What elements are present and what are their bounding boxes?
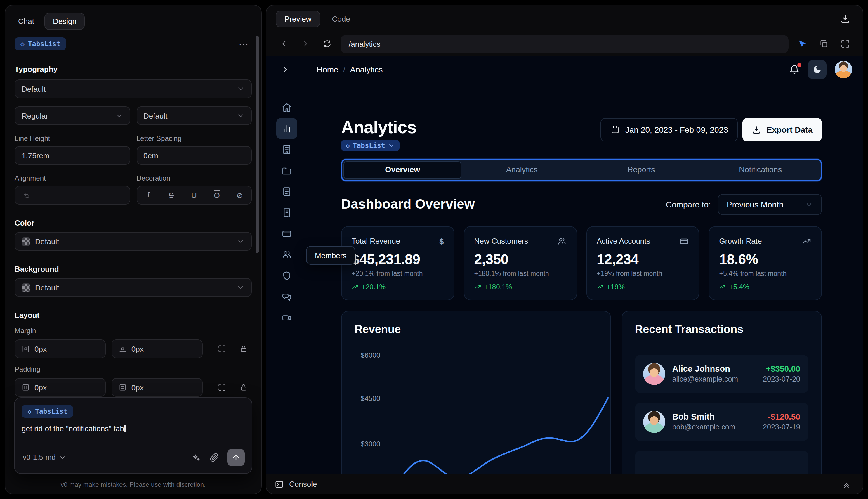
chat-composer[interactable]: ◇ TabsList get rid of the "notifications… <box>14 397 252 474</box>
composer-element-chip[interactable]: ◇ TabsList <box>22 405 73 418</box>
stat-badge-value: +5.4% <box>729 282 749 291</box>
line-height-label: Line Height <box>15 134 130 143</box>
underline-button[interactable]: U <box>183 186 205 204</box>
sidebar-item-messages[interactable] <box>276 286 297 307</box>
sidebar-item-notes[interactable] <box>276 181 297 202</box>
tab-chat[interactable]: Chat <box>17 13 35 29</box>
align-center-icon <box>68 191 76 199</box>
refresh-button[interactable] <box>319 36 335 52</box>
disclaimer-text: v0 may make mistakes. Please use with di… <box>5 481 261 488</box>
forward-button[interactable] <box>297 36 314 52</box>
tab-analytics[interactable]: Analytics <box>463 161 581 179</box>
url-bar[interactable]: /analytics <box>340 35 789 53</box>
model-selector[interactable]: v0-1.5-md <box>22 451 67 464</box>
align-left-icon <box>45 191 53 199</box>
margin-x-input[interactable]: 0px <box>15 340 106 358</box>
back-button[interactable] <box>276 36 292 52</box>
composer-input[interactable]: get rid of the "notifications" tab <box>22 424 245 435</box>
sidebar-toggle-button[interactable] <box>277 61 293 78</box>
enhance-prompt-button[interactable] <box>187 449 204 466</box>
notification-dot <box>797 63 802 67</box>
attach-file-button[interactable] <box>206 449 223 466</box>
font-size-select[interactable]: Default <box>136 106 252 125</box>
console-expand-button[interactable] <box>838 476 855 492</box>
margin-vertical-icon <box>119 345 127 353</box>
stat-subtext: +20.1% from last month <box>352 270 444 277</box>
sidebar-item-video[interactable] <box>276 307 297 328</box>
console-icon <box>274 479 284 489</box>
padding-expand-button[interactable] <box>214 379 230 395</box>
font-weight-select[interactable]: Regular <box>15 106 130 125</box>
margin-lock-button[interactable] <box>236 341 252 357</box>
align-center-button[interactable] <box>61 186 84 204</box>
sidebar-item-security[interactable] <box>276 265 297 286</box>
date-range-picker[interactable]: Jan 20, 2023 - Feb 09, 2023 <box>600 118 738 142</box>
strikethrough-icon: S <box>169 191 174 199</box>
align-left-button[interactable] <box>38 186 61 204</box>
breadcrumb-home[interactable]: Home <box>317 65 338 74</box>
trending-up-icon <box>802 236 811 246</box>
stat-card-new-customers: New Customers 2,350 +180.1% from last mo… <box>464 226 577 300</box>
sidebar-item-payments[interactable] <box>276 223 297 244</box>
refresh-icon <box>322 39 332 49</box>
preview-viewport: Home / Analytics <box>266 56 863 474</box>
panel-scrollbar[interactable] <box>256 36 259 253</box>
overline-button[interactable]: O <box>206 186 228 204</box>
margin-y-value: 0px <box>132 344 144 353</box>
theme-toggle-button[interactable] <box>808 60 827 79</box>
tab-overview[interactable]: Overview <box>344 161 462 179</box>
members-tooltip: Members <box>306 246 355 265</box>
download-icon <box>840 13 851 24</box>
home-icon <box>281 102 292 113</box>
selected-element-chip[interactable]: ◇ TabsList <box>15 37 66 50</box>
transaction-row[interactable]: Bob Smith bob@example.com -$120.50 2023-… <box>635 402 808 441</box>
sidebar-item-members[interactable] <box>276 244 297 265</box>
transaction-row[interactable]: Alice Johnson alice@example.com +$350.00… <box>635 354 808 393</box>
padding-lock-button[interactable] <box>236 379 252 395</box>
compare-select[interactable]: Previous Month <box>718 194 822 215</box>
sidebar-item-invoices[interactable] <box>276 202 297 223</box>
selection-badge[interactable]: ◇ TabsList <box>341 139 400 151</box>
italic-button[interactable]: I <box>137 186 160 204</box>
padding-y-input[interactable]: 0px <box>112 378 203 397</box>
chevron-down-icon <box>59 454 66 461</box>
padding-label: Padding <box>15 365 252 373</box>
fullscreen-button[interactable] <box>837 36 853 52</box>
tab-preview[interactable]: Preview <box>276 10 320 27</box>
user-avatar[interactable] <box>835 61 852 78</box>
tab-reports[interactable]: Reports <box>582 161 700 179</box>
send-button[interactable] <box>227 449 245 466</box>
color-select[interactable]: Default <box>15 232 252 251</box>
inspect-button[interactable] <box>794 36 810 52</box>
trending-up-icon <box>352 283 359 290</box>
console-bar[interactable]: Console <box>266 474 863 494</box>
download-button[interactable] <box>837 11 853 27</box>
users-icon <box>557 236 566 246</box>
letter-spacing-input[interactable]: 0em <box>136 146 252 165</box>
sidebar-item-projects[interactable] <box>276 160 297 181</box>
background-select[interactable]: Default <box>15 278 252 297</box>
clear-decoration-button[interactable]: ⊘ <box>228 186 251 204</box>
notifications-button[interactable] <box>789 64 799 75</box>
align-right-button[interactable] <box>84 186 107 204</box>
margin-expand-button[interactable] <box>214 341 230 357</box>
align-justify-button[interactable] <box>107 186 129 204</box>
line-height-input[interactable]: 1.75rem <box>15 146 130 165</box>
tab-notifications[interactable]: Notifications <box>702 161 820 179</box>
tab-design[interactable]: Design <box>45 13 85 30</box>
reset-alignment-button[interactable] <box>15 186 38 204</box>
sidebar-item-home[interactable] <box>276 97 297 118</box>
chevron-down-icon <box>237 85 245 93</box>
copy-button[interactable] <box>816 36 832 52</box>
date-range-value: Jan 20, 2023 - Feb 09, 2023 <box>625 125 728 134</box>
export-data-button[interactable]: Export Data <box>743 118 822 142</box>
sidebar-item-analytics[interactable] <box>276 118 297 139</box>
strikethrough-button[interactable]: S <box>160 186 183 204</box>
margin-y-input[interactable]: 0px <box>112 340 203 358</box>
panel-menu-button[interactable]: ⋯ <box>235 36 252 52</box>
tab-code[interactable]: Code <box>327 11 355 27</box>
composer-chip-label: TabsList <box>35 407 67 415</box>
padding-x-input[interactable]: 0px <box>15 378 106 397</box>
sidebar-item-organization[interactable] <box>276 139 297 160</box>
font-family-select[interactable]: Default <box>15 80 252 98</box>
